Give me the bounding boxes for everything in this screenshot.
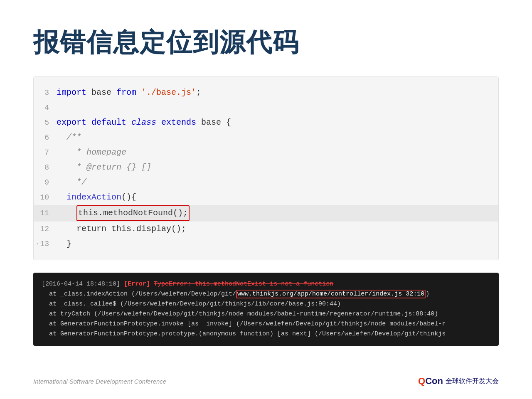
- code-line-12: 12 return this.display();: [34, 222, 498, 236]
- terminal-line-5: at GeneratorFunctionPrototype.invoke [as…: [42, 319, 490, 329]
- line-num-8: 8: [34, 161, 57, 174]
- line-num-11: 11: [34, 207, 57, 220]
- qcon-tagline: 全球软件开发大会: [446, 377, 499, 386]
- code-line-8: 8 * @return {} []: [34, 160, 498, 175]
- code-line-7: 7 * homepage: [34, 145, 498, 160]
- code-line-11: 11 this.methodNotFound();: [34, 205, 498, 222]
- slide-container: 报错信息定位到源代码 3 import base from './base.js…: [0, 0, 532, 399]
- error-highlight: this.methodNotFound();: [76, 205, 190, 221]
- terminal-block: [2016-04-14 18:48:10] [Error] TypeError:…: [33, 273, 499, 346]
- terminal-line-1: [2016-04-14 18:48:10] [Error] TypeError:…: [42, 279, 490, 289]
- line-content-13: }: [57, 237, 71, 251]
- line-content-5: export default class extends base {: [57, 116, 231, 130]
- terminal-line-3: at _class._callee$ (/Users/welefen/Devel…: [42, 299, 490, 309]
- line-num-5: 5: [34, 116, 57, 129]
- line-content-7: * homepage: [57, 145, 126, 160]
- code-block: 3 import base from './base.js'; 4 5 expo…: [33, 76, 499, 260]
- line-num-3: 3: [34, 86, 57, 99]
- line-num-4: 4: [34, 101, 57, 114]
- qcon-q: Q: [418, 376, 425, 386]
- slide-title: 报错信息定位到源代码: [33, 25, 499, 60]
- line-content-10: indexAction(){: [57, 190, 136, 204]
- code-line-5: 5 export default class extends base {: [34, 115, 498, 130]
- code-line-4: 4: [34, 100, 498, 115]
- footer: International Software Development Confe…: [33, 376, 499, 387]
- footer-logo: QCon 全球软件开发大会: [418, 376, 499, 387]
- line-content-6: /**: [57, 131, 81, 145]
- line-num-7: 7: [34, 146, 57, 159]
- line-content-12: return this.display();: [57, 222, 186, 236]
- code-line-13: ·13 }: [34, 236, 498, 251]
- code-line-9: 9 */: [34, 175, 498, 190]
- code-line-3: 3 import base from './base.js';: [34, 85, 498, 100]
- line-content-9: */: [57, 175, 86, 190]
- line-num-13: ·13: [34, 238, 57, 251]
- qcon-con: Con: [425, 376, 443, 386]
- line-num-10: 10: [34, 191, 57, 204]
- code-line-6: 6 /**: [34, 130, 498, 145]
- line-content-11: this.methodNotFound();: [57, 205, 190, 221]
- code-line-10: 10 indexAction(){: [34, 190, 498, 205]
- terminal-line-4: at tryCatch (/Users/welefen/Develop/git/…: [42, 309, 490, 319]
- line-num-6: 6: [34, 131, 57, 144]
- footer-conference-name: International Software Development Confe…: [33, 378, 166, 385]
- line-content-8: * @return {} []: [57, 160, 151, 175]
- terminal-line-6: at GeneratorFunctionPrototype.prototype.…: [42, 329, 490, 339]
- line-content-3: import base from './base.js';: [57, 86, 201, 100]
- terminal-line-2: at _class.indexAction (/Users/welefen/De…: [42, 289, 490, 299]
- qcon-logo-text: QCon: [418, 376, 443, 387]
- line-num-9: 9: [34, 176, 57, 189]
- line-num-12: 12: [34, 223, 57, 236]
- line-content-4: [57, 101, 62, 115]
